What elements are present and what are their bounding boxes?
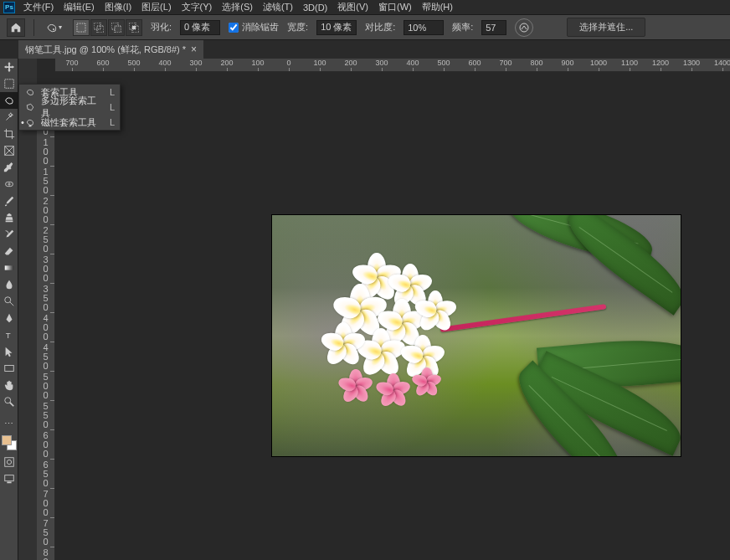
polygon-lasso-icon [24,102,36,112]
menu-window[interactable]: 窗口(W) [373,0,417,15]
workspace: T ⋯ 套索工具 L 多边形套索工具 L 磁性套索工具 L [0,59,730,560]
svg-rect-16 [5,366,14,372]
selection-intersect[interactable] [126,19,142,36]
quick-mask-toggle[interactable] [0,454,18,470]
svg-point-17 [5,398,11,403]
feather-label: 羽化: [151,21,172,33]
svg-point-0 [53,28,54,30]
eraser-tool[interactable] [0,243,18,259]
document-tab[interactable]: 钢笔工具.jpg @ 100% (鲜花, RGB/8#) * × [18,40,204,59]
marquee-tool[interactable] [0,75,18,92]
eyedropper-tool[interactable] [0,159,18,176]
selection-mode-group [73,19,142,36]
separator [33,19,34,36]
flyout-shortcut: L [110,102,115,112]
toolbox: T ⋯ [0,59,18,560]
edit-toolbar[interactable]: ⋯ [0,415,18,432]
rectangle-tool[interactable] [0,360,18,377]
close-tab-icon[interactable]: × [191,44,197,55]
svg-rect-18 [5,458,14,467]
screen-mode-toggle[interactable] [0,470,18,487]
crop-tool[interactable] [0,126,18,142]
pen-pressure-button[interactable] [515,18,533,37]
menu-help[interactable]: 帮助(H) [417,0,458,15]
feather-input[interactable] [180,20,220,35]
flyout-label: 磁性套索工具 [41,116,96,129]
svg-text:T: T [6,331,11,340]
document-tab-bar: 钢笔工具.jpg @ 100% (鲜花, RGB/8#) * × [0,40,730,59]
current-tool-icon[interactable]: ▾ [43,18,64,37]
menu-type[interactable]: 文字(Y) [177,0,218,15]
selection-subtract[interactable] [108,19,125,36]
document-image[interactable] [271,214,681,457]
menu-edit[interactable]: 编辑(E) [59,0,100,15]
menu-bar: Ps 文件(F) 编辑(E) 图像(I) 图层(L) 文字(Y) 选择(S) 滤… [0,0,730,15]
menu-3d[interactable]: 3D(D) [298,1,332,14]
brush-tool[interactable] [0,193,18,209]
antialias-check[interactable] [229,23,239,33]
magnetic-lasso-icon [24,117,36,127]
hand-tool[interactable] [0,377,18,393]
flyout-shortcut: L [110,117,115,127]
lasso-tool[interactable] [0,92,18,109]
svg-rect-10 [5,80,14,89]
svg-point-14 [5,297,11,303]
home-button[interactable] [7,18,25,37]
canvas[interactable]: 5005010015020025030035040045050055060065… [37,72,730,560]
svg-rect-20 [5,475,14,481]
options-bar: ▾ 羽化: 消除锯齿 宽度: 对比度: 频率: 选择并遮住... [0,15,730,40]
gradient-tool[interactable] [0,259,18,276]
healing-brush-tool[interactable] [0,176,18,193]
frame-tool[interactable] [0,142,18,159]
antialias-label: 消除锯齿 [242,21,279,33]
type-tool[interactable]: T [0,326,18,343]
svg-rect-13 [5,265,14,270]
menu-filter[interactable]: 滤镜(T) [258,0,298,15]
app-logo[interactable]: Ps [3,2,15,13]
frequency-input[interactable] [481,20,506,35]
document-title: 钢笔工具.jpg @ 100% (鲜花, RGB/8#) * [25,44,186,56]
zoom-tool[interactable] [0,393,18,410]
select-and-mask-button[interactable]: 选择并遮住... [567,18,645,37]
vertical-ruler[interactable]: 5005010015020025030035040045050055060065… [37,85,55,560]
flyout-shortcut: L [110,87,115,97]
contrast-label: 对比度: [365,21,395,33]
svg-rect-8 [132,26,136,29]
flyout-polygon-lasso[interactable]: 多边形套索工具 L [19,100,120,115]
lasso-icon [24,87,36,97]
svg-rect-1 [77,23,85,32]
clone-stamp-tool[interactable] [0,209,18,226]
svg-rect-5 [115,26,121,33]
path-selection-tool[interactable] [0,343,18,360]
blur-tool[interactable] [0,276,18,293]
history-brush-tool[interactable] [0,226,18,243]
width-input[interactable] [316,20,357,35]
selection-new[interactable] [73,19,90,36]
width-label: 宽度: [287,21,308,33]
canvas-area: 7006005004003002001000100200300400500600… [37,59,730,560]
dodge-tool[interactable] [0,293,18,310]
svg-point-19 [7,460,11,464]
color-swatches[interactable] [2,435,17,450]
svg-rect-21 [7,482,11,484]
menu-view[interactable]: 视图(V) [332,0,373,15]
menu-file[interactable]: 文件(F) [18,0,59,15]
menu-image[interactable]: 图像(I) [100,0,136,15]
svg-rect-22 [29,126,32,127]
foreground-color[interactable] [2,435,12,445]
antialias-checkbox[interactable]: 消除锯齿 [229,21,279,33]
move-tool[interactable] [0,59,18,75]
frequency-label: 频率: [452,21,473,33]
flower-cluster [318,261,477,412]
magic-wand-tool[interactable] [0,109,18,126]
pen-tool[interactable] [0,310,18,326]
selection-add[interactable] [90,19,107,36]
contrast-input[interactable] [404,20,444,35]
lasso-tool-flyout: 套索工具 L 多边形套索工具 L 磁性套索工具 L [18,84,121,131]
menu-select[interactable]: 选择(S) [217,0,258,15]
menu-layer[interactable]: 图层(L) [136,0,176,15]
svg-point-9 [520,23,528,32]
flyout-magnetic-lasso[interactable]: 磁性套索工具 L [19,115,120,130]
horizontal-ruler[interactable]: 7006005004003002001000100200300400500600… [55,59,730,72]
